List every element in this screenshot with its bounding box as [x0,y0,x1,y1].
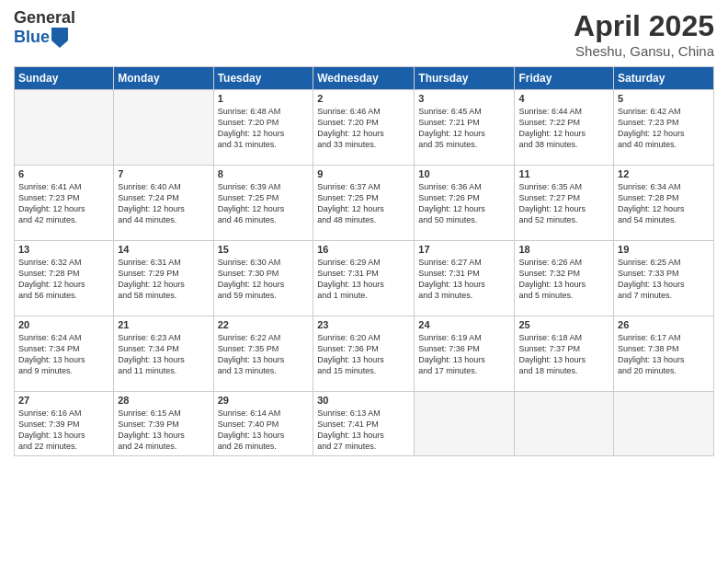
calendar-cell: 22Sunrise: 6:22 AM Sunset: 7:35 PM Dayli… [213,316,313,392]
day-number: 13 [18,244,109,255]
calendar-week-3: 20Sunrise: 6:24 AM Sunset: 7:34 PM Dayli… [15,316,714,392]
day-info: Sunrise: 6:24 AM Sunset: 7:34 PM Dayligh… [18,332,109,377]
calendar-cell: 29Sunrise: 6:14 AM Sunset: 7:40 PM Dayli… [213,392,313,456]
calendar-cell: 5Sunrise: 6:42 AM Sunset: 7:23 PM Daylig… [614,90,714,166]
calendar-week-2: 13Sunrise: 6:32 AM Sunset: 7:28 PM Dayli… [15,241,714,316]
calendar-cell: 1Sunrise: 6:48 AM Sunset: 7:20 PM Daylig… [213,90,313,166]
calendar-cell: 6Sunrise: 6:41 AM Sunset: 7:23 PM Daylig… [15,166,114,241]
day-info: Sunrise: 6:29 AM Sunset: 7:31 PM Dayligh… [317,257,410,302]
day-number: 8 [218,168,310,179]
title-month: April 2025 [574,9,714,43]
day-number: 17 [418,244,510,255]
calendar-cell: 24Sunrise: 6:19 AM Sunset: 7:36 PM Dayli… [415,316,515,392]
day-info: Sunrise: 6:32 AM Sunset: 7:28 PM Dayligh… [18,257,109,302]
day-number: 11 [518,168,609,179]
calendar-cell: 13Sunrise: 6:32 AM Sunset: 7:28 PM Dayli… [15,241,114,316]
col-friday: Friday [515,67,614,90]
calendar-cell: 8Sunrise: 6:39 AM Sunset: 7:25 PM Daylig… [213,166,313,241]
day-info: Sunrise: 6:20 AM Sunset: 7:36 PM Dayligh… [317,332,410,377]
day-number: 29 [218,395,310,406]
day-number: 5 [618,93,710,104]
day-info: Sunrise: 6:22 AM Sunset: 7:35 PM Dayligh… [218,332,310,377]
col-saturday: Saturday [614,67,714,90]
day-number: 19 [618,244,710,255]
day-number: 2 [317,93,410,104]
calendar-cell: 12Sunrise: 6:34 AM Sunset: 7:28 PM Dayli… [614,166,714,241]
calendar-cell: 27Sunrise: 6:16 AM Sunset: 7:39 PM Dayli… [15,392,114,456]
calendar-cell [415,392,515,456]
day-info: Sunrise: 6:45 AM Sunset: 7:21 PM Dayligh… [418,106,510,151]
day-info: Sunrise: 6:41 AM Sunset: 7:23 PM Dayligh… [18,181,109,226]
calendar-cell: 3Sunrise: 6:45 AM Sunset: 7:21 PM Daylig… [415,90,515,166]
day-number: 14 [118,244,209,255]
day-info: Sunrise: 6:26 AM Sunset: 7:32 PM Dayligh… [518,257,609,302]
col-wednesday: Wednesday [313,67,415,90]
day-info: Sunrise: 6:14 AM Sunset: 7:40 PM Dayligh… [218,408,310,453]
day-info: Sunrise: 6:42 AM Sunset: 7:23 PM Dayligh… [618,106,710,151]
calendar-cell: 10Sunrise: 6:36 AM Sunset: 7:26 PM Dayli… [415,166,515,241]
calendar-cell [114,90,213,166]
calendar-week-1: 6Sunrise: 6:41 AM Sunset: 7:23 PM Daylig… [15,166,714,241]
calendar-cell: 16Sunrise: 6:29 AM Sunset: 7:31 PM Dayli… [313,241,415,316]
day-number: 12 [618,168,710,179]
col-tuesday: Tuesday [213,67,313,90]
calendar: Sunday Monday Tuesday Wednesday Thursday… [14,66,714,456]
day-number: 26 [618,319,710,330]
day-number: 1 [218,93,310,104]
day-number: 6 [18,168,109,179]
svg-marker-0 [51,28,68,48]
day-number: 10 [418,168,510,179]
day-info: Sunrise: 6:16 AM Sunset: 7:39 PM Dayligh… [18,408,109,453]
calendar-cell: 23Sunrise: 6:20 AM Sunset: 7:36 PM Dayli… [313,316,415,392]
calendar-cell: 25Sunrise: 6:18 AM Sunset: 7:37 PM Dayli… [515,316,614,392]
day-number: 23 [317,319,410,330]
calendar-cell: 7Sunrise: 6:40 AM Sunset: 7:24 PM Daylig… [114,166,213,241]
day-number: 22 [218,319,310,330]
day-number: 9 [317,168,410,179]
day-number: 15 [218,244,310,255]
day-number: 20 [18,319,109,330]
calendar-cell [515,392,614,456]
col-thursday: Thursday [415,67,515,90]
calendar-cell: 15Sunrise: 6:30 AM Sunset: 7:30 PM Dayli… [213,241,313,316]
page: General Blue April 2025 Sheshu, Gansu, C… [0,0,728,563]
day-info: Sunrise: 6:46 AM Sunset: 7:20 PM Dayligh… [317,106,410,151]
day-number: 28 [118,395,209,406]
day-info: Sunrise: 6:18 AM Sunset: 7:37 PM Dayligh… [518,332,609,377]
day-info: Sunrise: 6:25 AM Sunset: 7:33 PM Dayligh… [618,257,710,302]
header: General Blue April 2025 Sheshu, Gansu, C… [14,9,714,59]
calendar-cell [15,90,114,166]
logo-general-text: General [14,9,75,28]
day-info: Sunrise: 6:37 AM Sunset: 7:25 PM Dayligh… [317,181,410,226]
calendar-cell: 21Sunrise: 6:23 AM Sunset: 7:34 PM Dayli… [114,316,213,392]
day-info: Sunrise: 6:31 AM Sunset: 7:29 PM Dayligh… [118,257,209,302]
day-number: 16 [317,244,410,255]
calendar-cell: 30Sunrise: 6:13 AM Sunset: 7:41 PM Dayli… [313,392,415,456]
calendar-week-0: 1Sunrise: 6:48 AM Sunset: 7:20 PM Daylig… [15,90,714,166]
calendar-week-4: 27Sunrise: 6:16 AM Sunset: 7:39 PM Dayli… [15,392,714,456]
day-info: Sunrise: 6:48 AM Sunset: 7:20 PM Dayligh… [218,106,310,151]
header-row: Sunday Monday Tuesday Wednesday Thursday… [15,67,714,90]
day-info: Sunrise: 6:34 AM Sunset: 7:28 PM Dayligh… [618,181,710,226]
calendar-cell: 17Sunrise: 6:27 AM Sunset: 7:31 PM Dayli… [415,241,515,316]
day-number: 3 [418,93,510,104]
calendar-body: 1Sunrise: 6:48 AM Sunset: 7:20 PM Daylig… [15,90,714,456]
day-info: Sunrise: 6:35 AM Sunset: 7:27 PM Dayligh… [518,181,609,226]
day-info: Sunrise: 6:17 AM Sunset: 7:38 PM Dayligh… [618,332,710,377]
calendar-cell: 11Sunrise: 6:35 AM Sunset: 7:27 PM Dayli… [515,166,614,241]
day-info: Sunrise: 6:44 AM Sunset: 7:22 PM Dayligh… [518,106,609,151]
day-info: Sunrise: 6:30 AM Sunset: 7:30 PM Dayligh… [218,257,310,302]
day-number: 24 [418,319,510,330]
calendar-cell: 20Sunrise: 6:24 AM Sunset: 7:34 PM Dayli… [15,316,114,392]
day-info: Sunrise: 6:39 AM Sunset: 7:25 PM Dayligh… [218,181,310,226]
logo-icon [51,28,68,48]
day-number: 4 [518,93,609,104]
day-number: 7 [118,168,209,179]
day-info: Sunrise: 6:15 AM Sunset: 7:39 PM Dayligh… [118,408,209,453]
day-info: Sunrise: 6:36 AM Sunset: 7:26 PM Dayligh… [418,181,510,226]
col-sunday: Sunday [15,67,114,90]
day-number: 30 [317,395,410,406]
col-monday: Monday [114,67,213,90]
day-number: 27 [18,395,109,406]
calendar-cell: 4Sunrise: 6:44 AM Sunset: 7:22 PM Daylig… [515,90,614,166]
